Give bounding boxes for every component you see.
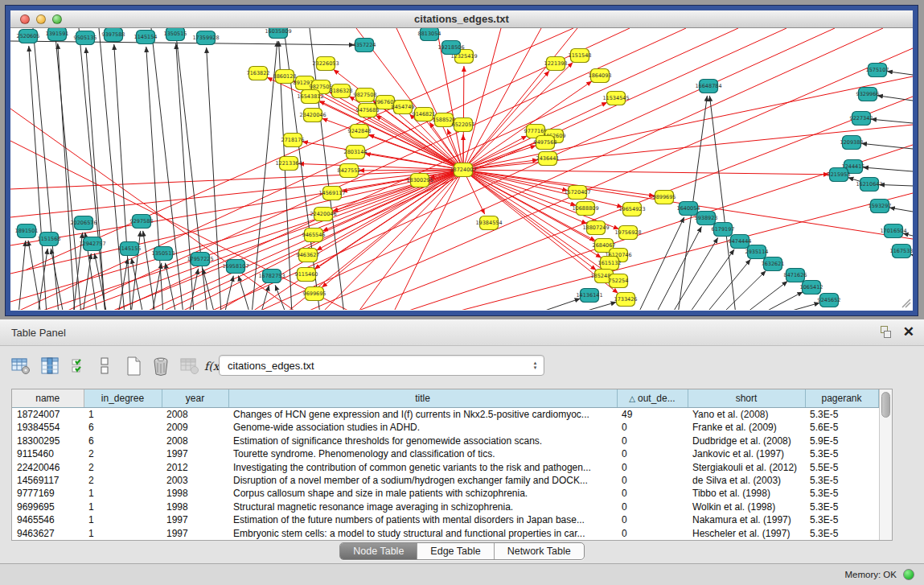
column-header-pagerank[interactable]: pagerank [805, 389, 878, 408]
table-row[interactable]: 2242004622012Investigating the contribut… [12, 460, 878, 473]
graph-node[interactable]: 23226053 [312, 57, 339, 71]
graph-edge[interactable] [10, 170, 463, 245]
graph-node[interactable]: 8471626 [784, 269, 807, 282]
graph-node[interactable]: 9463627 [297, 249, 320, 262]
graph-edge[interactable] [705, 259, 750, 310]
graph-edge[interactable] [175, 28, 207, 310]
graph-node[interactable]: 19654923 [618, 203, 645, 216]
graph-node[interactable]: 1221398 [544, 57, 568, 71]
table-row[interactable]: 977716911998Corpus callosum shape and si… [12, 487, 878, 500]
graph-node[interactable]: 1864093 [589, 69, 612, 83]
graph-node[interactable]: 1733426 [614, 293, 638, 307]
graph-edge[interactable] [322, 170, 463, 231]
graph-node[interactable]: 1575107 [866, 64, 889, 77]
graph-edge[interactable] [275, 285, 286, 310]
column-header-year[interactable]: year [162, 389, 228, 408]
graph-node[interactable]: 8813054 [418, 28, 441, 41]
graph-node[interactable]: 16035809 [265, 28, 291, 39]
graph-node[interactable]: 8454749 [392, 101, 415, 114]
graph-edge[interactable] [18, 241, 26, 310]
graph-edge[interactable] [10, 109, 300, 310]
graph-node[interactable]: 17359928 [192, 31, 219, 45]
graph-node[interactable]: 1065412 [800, 281, 823, 295]
table-row[interactable]: 1830029562008Estimation of significance … [12, 434, 878, 447]
graph-node[interactable]: 1209388 [840, 136, 864, 150]
window-titlebar[interactable]: citations_edges.txt [10, 10, 913, 28]
graph-edge[interactable] [58, 43, 75, 310]
graph-edge[interactable] [203, 28, 835, 310]
column-header-short[interactable]: short [688, 389, 805, 408]
table-row[interactable]: 1456911722003Disruption of a novel membe… [12, 474, 878, 487]
table-row[interactable]: 1872400712008Changes of HCN gene express… [12, 408, 878, 421]
graph-node[interactable]: 9475685 [356, 104, 380, 117]
graph-node[interactable]: 9329966 [856, 88, 880, 101]
graph-edge[interactable] [889, 208, 913, 212]
graph-node[interactable]: 1615132 [598, 257, 622, 270]
graph-node[interactable]: 2520605 [17, 30, 40, 43]
graph-edge[interactable] [709, 96, 736, 310]
graph-node[interactable]: 9505135 [74, 31, 97, 45]
graph-node[interactable]: 15720407 [564, 186, 590, 200]
graph-edge[interactable] [573, 302, 616, 310]
graph-node[interactable]: 9474444 [729, 235, 752, 249]
import-table-disabled-icon[interactable] [179, 354, 201, 378]
tab-network-table[interactable]: Network Table [494, 543, 584, 559]
graph-node[interactable]: 6179197 [712, 223, 735, 237]
graph-edge[interactable] [744, 281, 787, 310]
show-columns-icon[interactable] [39, 354, 61, 378]
graph-edge[interactable] [107, 28, 738, 310]
graph-node[interactable]: 1145154 [134, 31, 158, 44]
graph-node[interactable]: 1151568 [38, 233, 61, 246]
graph-edge[interactable] [638, 217, 684, 310]
graph-node[interactable]: 1145155 [118, 242, 142, 256]
graph-node[interactable]: 4357224 [353, 39, 376, 52]
graph-node[interactable]: 1891501 [15, 225, 39, 238]
graph-node[interactable]: 16782753 [258, 270, 285, 283]
graph-node[interactable]: 9899695 [653, 191, 676, 204]
graph-edge[interactable] [861, 143, 913, 149]
graph-edge[interactable] [261, 286, 269, 310]
graph-edge[interactable] [871, 119, 913, 123]
graph-node[interactable]: 1640054 [677, 202, 700, 216]
graph-edge[interactable] [10, 41, 355, 45]
column-pair-icon[interactable] [93, 354, 116, 378]
graph-node[interactable]: 5938923 [695, 212, 718, 225]
tab-node-table[interactable]: Node Table [340, 543, 417, 559]
graph-node[interactable]: 7163822 [247, 67, 270, 80]
tab-edge-table[interactable]: Edge Table [417, 543, 493, 559]
graph-edge[interactable] [778, 303, 819, 310]
table-row[interactable]: 911546021997Tourette syndrome. Phenomeno… [12, 447, 878, 460]
graph-edge[interactable] [671, 237, 718, 310]
table-row[interactable]: 1938455462009Genome-wide association stu… [12, 421, 878, 434]
float-window-icon[interactable] [879, 326, 892, 339]
graph-node[interactable]: 8427552 [338, 164, 361, 178]
delete-icon[interactable] [150, 354, 172, 378]
table-row[interactable]: 969969511998Structural magnetic resonanc… [12, 501, 878, 513]
graph-edge[interactable] [533, 299, 581, 310]
graph-node[interactable]: 8215953 [827, 168, 851, 182]
column-header-out_de[interactable]: △out_de... [617, 389, 688, 408]
graph-edge[interactable] [655, 227, 701, 310]
graph-edge[interactable] [879, 184, 913, 186]
table-row[interactable]: 946362711997Embryonic stem cells: a mode… [12, 527, 878, 540]
new-file-icon[interactable] [122, 354, 145, 378]
graph-node[interactable]: 752254 [609, 274, 629, 288]
graph-node[interactable]: 9397588 [102, 28, 125, 42]
graph-node[interactable]: 16958107 [222, 260, 248, 274]
graph-node[interactable]: 9497568 [534, 136, 557, 150]
graph-edge[interactable] [877, 96, 913, 101]
table-scrollbar[interactable] [879, 389, 892, 540]
table-settings-icon[interactable] [10, 354, 32, 378]
graph-edge[interactable] [28, 241, 41, 310]
graph-edge[interactable] [863, 167, 913, 171]
graph-node[interactable]: 17016504 [880, 225, 906, 238]
graph-node[interactable]: 1593297 [869, 200, 892, 213]
graph-node[interactable]: 9227342 [850, 112, 873, 126]
graph-edge[interactable] [238, 275, 250, 310]
graph-edge[interactable] [114, 44, 131, 310]
graph-node[interactable]: 2718176 [281, 134, 305, 147]
graph-node[interactable]: 9465546 [302, 229, 326, 242]
graph-edge[interactable] [165, 263, 176, 310]
graph-edge[interactable] [10, 170, 463, 189]
graph-node[interactable]: 2935114 [745, 245, 769, 259]
